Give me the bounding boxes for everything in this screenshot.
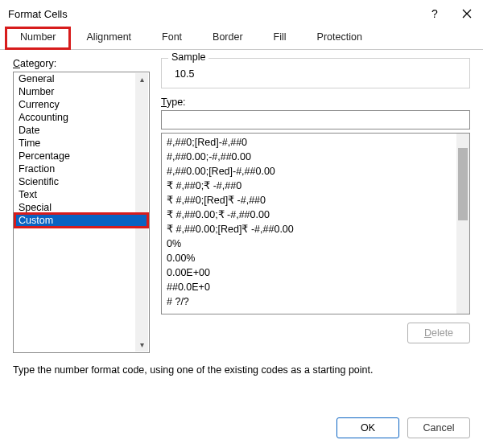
list-item[interactable]: 0% [162,236,469,251]
list-item[interactable]: ₹ #,##0;[Red]₹ -#,##0 [162,193,469,208]
help-button[interactable]: ? [419,0,451,27]
hint-text: Type the number format code, using one o… [13,364,470,376]
right-column: Sample 10.5 Type: #,##0;[Red]-#,##0 #,##… [161,58,470,353]
list-item[interactable]: ₹ #,##0;₹ -#,##0 [162,179,469,193]
delete-button[interactable]: Delete [407,323,470,343]
list-item[interactable]: Fraction [14,162,149,175]
dialog-footer: OK Cancel [0,408,483,448]
format-cells-dialog: Format Cells ? Number Alignment Font Bor… [0,0,483,448]
list-item[interactable]: Number [14,85,149,98]
type-input[interactable] [161,110,470,129]
category-listbox[interactable]: General Number Currency Accounting Date … [13,72,150,353]
close-button[interactable] [451,0,483,27]
tab-font[interactable]: Font [147,27,197,50]
list-item[interactable]: 0.00% [162,251,469,265]
type-label: Type: [161,97,470,108]
list-item[interactable]: Time [14,137,149,150]
tab-border[interactable]: Border [197,27,258,50]
scroll-down-icon[interactable]: ▾ [140,339,144,351]
list-item[interactable]: General [14,72,149,85]
scroll-thumb[interactable] [458,148,468,220]
type-scrollbar[interactable] [456,134,469,314]
list-item[interactable]: Date [14,124,149,137]
close-icon [462,9,472,18]
list-item[interactable]: Percentage [14,150,149,162]
list-item[interactable]: #,##0.00;[Red]-#,##0.00 [162,164,469,179]
type-listbox[interactable]: #,##0;[Red]-#,##0 #,##0.00;-#,##0.00 #,#… [161,133,470,314]
sample-box: Sample 10.5 [161,58,470,88]
dialog-body: Category: General Number Currency Accoun… [0,50,483,408]
titlebar: Format Cells ? [0,0,483,27]
sample-label: Sample [168,51,208,63]
tab-protection[interactable]: Protection [302,27,378,50]
category-label: Category: [13,58,150,69]
cancel-button[interactable]: Cancel [407,417,470,438]
list-item[interactable]: Currency [14,98,149,111]
list-item[interactable]: Accounting [14,111,149,124]
list-item[interactable]: ₹ #,##0.00;[Red]₹ -#,##0.00 [162,222,469,236]
list-item-custom[interactable]: Custom [14,212,149,228]
list-item[interactable]: #,##0.00;-#,##0.00 [162,150,469,164]
tab-number[interactable]: Number [5,27,71,50]
tab-alignment[interactable]: Alignment [71,27,147,50]
scroll-up-icon[interactable]: ▴ [140,73,144,86]
list-item[interactable]: 0.00E+00 [162,265,469,280]
list-item[interactable]: Scientific [14,175,149,188]
list-item[interactable]: ₹ #,##0.00;₹ -#,##0.00 [162,208,469,222]
sample-value: 10.5 [170,64,461,80]
tabstrip: Number Alignment Font Border Fill Protec… [0,26,483,50]
ok-button[interactable]: OK [336,417,399,438]
list-item[interactable]: #,##0;[Red]-#,##0 [162,135,469,150]
list-item[interactable]: # ?/? [162,294,469,309]
category-column: Category: General Number Currency Accoun… [13,58,150,353]
list-item[interactable]: ##0.0E+0 [162,280,469,294]
list-item[interactable]: Text [14,188,149,201]
dialog-title: Format Cells [8,8,419,20]
tab-fill[interactable]: Fill [258,27,302,50]
